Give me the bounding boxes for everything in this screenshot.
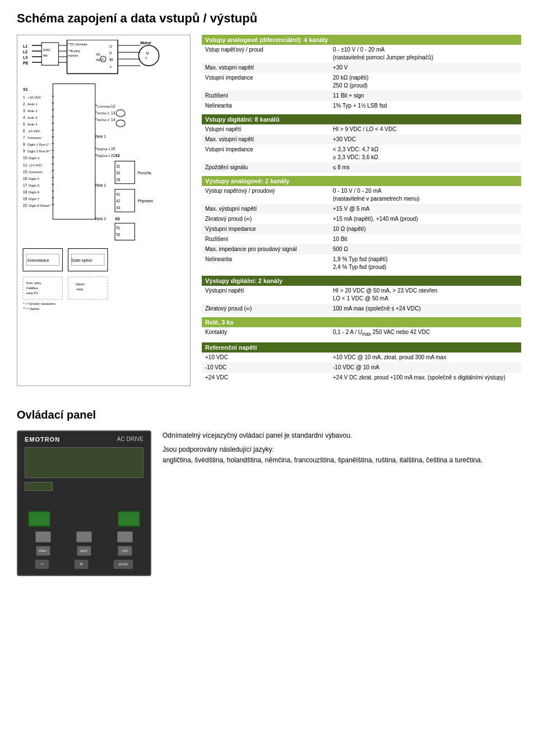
svg-text:DigIn 3: DigIn 3 [29, 156, 40, 160]
svg-text:X3: X3 [115, 217, 120, 221]
svg-text:Option: Option [76, 282, 85, 286]
svg-text:DigIn 6: DigIn 6 [29, 191, 40, 194]
svg-text:V: V [109, 51, 112, 55]
func-btn-1[interactable] [35, 531, 51, 542]
svg-rect-36 [53, 84, 95, 220]
svg-text:**DC tlumivka: **DC tlumivka [68, 43, 88, 46]
svg-text:** = Option: ** = Option [23, 307, 39, 310]
relay-table: Kontakty 0,1 - 2 A / Umax 250 VAC nebo 4… [202, 327, 521, 339]
svg-text:DigIn 5: DigIn 5 [29, 184, 40, 187]
svg-text:14: 14 [111, 118, 115, 122]
svg-text:AnIn 3: AnIn 3 [27, 116, 38, 119]
svg-text:Kom. karty: Kom. karty [26, 281, 41, 285]
svg-text:13: 13 [111, 111, 115, 115]
table-row: Zkratový proud (∞) +15 mA (napětí), +140… [202, 214, 521, 224]
svg-text:nebo PC: nebo PC [26, 291, 38, 295]
table-row: Kontakty 0,1 - 2 A / Umax 250 VAC nebo 4… [202, 327, 521, 339]
svg-text:DigIn 1 Run L*: DigIn 1 Run L* [27, 143, 50, 146]
svg-text:DigIn 4: DigIn 4 [29, 177, 40, 180]
svg-text:filtr: filtr [43, 54, 48, 57]
table-row: Zpoždění signálu ≤ 8 ms [202, 163, 521, 173]
svg-text:PE: PE [23, 61, 29, 65]
svg-text:15: 15 [23, 170, 27, 174]
table-row: Výstupní napětí HI > 20 VDC @ 50 mA, > 2… [202, 286, 521, 304]
analog-outputs-table: Výstup napěťový / proudový 0 - 10 V / 0 … [202, 186, 521, 272]
digital-inputs-section: Vstupy digitální: 8 kanálů Vstupní napět… [202, 114, 521, 173]
svg-text:rezistor: rezistor [68, 54, 78, 57]
func-btn-2[interactable] [76, 531, 92, 542]
table-row: Rozlišení 10 Bit [202, 234, 521, 244]
panel-image: EMOTRON AC DRIVE [17, 430, 151, 576]
svg-text:karty: karty [77, 287, 84, 291]
func-btn-3[interactable] [117, 531, 133, 542]
svg-point-121 [116, 110, 125, 117]
svg-text:M: M [146, 52, 149, 55]
svg-text:L1: L1 [23, 44, 27, 48]
table-row: Nelinearita 1% Typ + 1½ LSB fsd [202, 101, 521, 111]
green-btn-left[interactable] [28, 511, 50, 527]
svg-rect-133 [68, 277, 108, 299]
ac-drive-label: AC DRIVE [117, 436, 143, 442]
reference-header: Referenční napětí [202, 342, 521, 353]
svg-text:Relé 1: Relé 1 [95, 134, 106, 138]
esc-btn[interactable]: ESC [118, 546, 132, 556]
svg-text:3: 3 [23, 109, 25, 113]
svg-text:Připraven: Připraven [137, 199, 153, 203]
plus-btn[interactable]: + [74, 559, 89, 569]
analog-outputs-section: Výstupy analogové: 2 kanály Výstup napěť… [202, 176, 521, 272]
svg-text:41: 41 [116, 192, 120, 196]
svg-text:DigIn 8 Reset*: DigIn 8 Reset* [29, 204, 51, 207]
svg-text:18: 18 [23, 190, 27, 194]
svg-text:DigOut 1: DigOut 1 [97, 147, 110, 151]
svg-text:X2: X2 [115, 154, 120, 157]
next-btn[interactable]: NEXT [77, 546, 91, 556]
svg-text:AnOut 2: AnOut 2 [97, 118, 110, 122]
svg-text:32: 32 [116, 171, 120, 175]
data-area: Vstupy analogové (diferenciální): 4 kaná… [202, 35, 521, 386]
svg-text:⏚: ⏚ [109, 64, 112, 69]
table-row: +10 VDC +10 VDC @ 10 mA, zkrat. proud 30… [202, 353, 521, 363]
svg-text:2: 2 [23, 102, 25, 106]
panel-description: Odnímatelný vícejazyčný ovládací panel j… [163, 430, 521, 466]
table-row: Nelinearita 1,9 % Typ fsd (napětí)2,4 % … [202, 254, 521, 272]
digital-inputs-header: Vstupy digitální: 8 kanálů [202, 114, 521, 124]
svg-text:DigIn 7: DigIn 7 [29, 197, 40, 201]
svg-text:Common: Common [97, 105, 110, 108]
main-display [25, 447, 143, 478]
page: Schéma zapojení a data vstupů / výstupů … [0, 0, 538, 587]
table-row: Max. výstupní napětí +15 V @ 5 mA [202, 204, 521, 214]
page-title: Schéma zapojení a data vstupů / výstupů [17, 11, 521, 26]
svg-text:31: 31 [116, 164, 120, 168]
small-display [25, 482, 53, 491]
svg-text:L2: L2 [23, 50, 27, 54]
svg-text:* = Výrobní nastavení: * = Výrobní nastavení [23, 302, 55, 305]
svg-text:43: 43 [116, 206, 120, 210]
table-row: Výstup napěťový / proudový 0 - 10 V / 0 … [202, 186, 521, 204]
svg-text:6: 6 [23, 129, 25, 133]
svg-text:3~: 3~ [145, 56, 149, 59]
analog-outputs-header: Výstupy analogové: 2 kanály [202, 176, 521, 186]
green-btn-right[interactable] [118, 511, 140, 527]
svg-text:AnIn 1: AnIn 1 [27, 103, 38, 106]
svg-text:DigOut 2: DigOut 2 [97, 154, 110, 157]
svg-text:Motor: Motor [140, 41, 151, 45]
digital-outputs-table: Výstupní napětí HI > 20 VDC @ 50 mA, > 2… [202, 286, 521, 314]
svg-text:Relé 3: Relé 3 [95, 217, 106, 221]
svg-text:B1: B1 [96, 53, 101, 56]
svg-text:16: 16 [23, 177, 27, 180]
svg-text:Další option: Další option [72, 258, 92, 263]
svg-text:19: 19 [23, 197, 27, 201]
svg-text:-10 VDC: -10 VDC [27, 129, 41, 133]
table-row: -10 VDC -10 VDC @ 10 mA [202, 363, 521, 373]
panel-content: EMOTRON AC DRIVE [17, 430, 521, 576]
svg-text:4: 4 [23, 115, 25, 119]
svg-text:51: 51 [116, 226, 120, 230]
svg-text:12: 12 [111, 104, 115, 108]
svg-text:Porucha: Porucha [137, 171, 151, 175]
enter-btn[interactable]: ENTER [113, 559, 133, 569]
svg-text:33: 33 [116, 178, 120, 182]
svg-text:22: 22 [23, 203, 27, 207]
reference-table: +10 VDC +10 VDC @ 10 mA, zkrat. proud 30… [202, 353, 521, 383]
minus-btn[interactable]: − [35, 559, 49, 569]
prev-btn[interactable]: PREV [36, 546, 50, 556]
